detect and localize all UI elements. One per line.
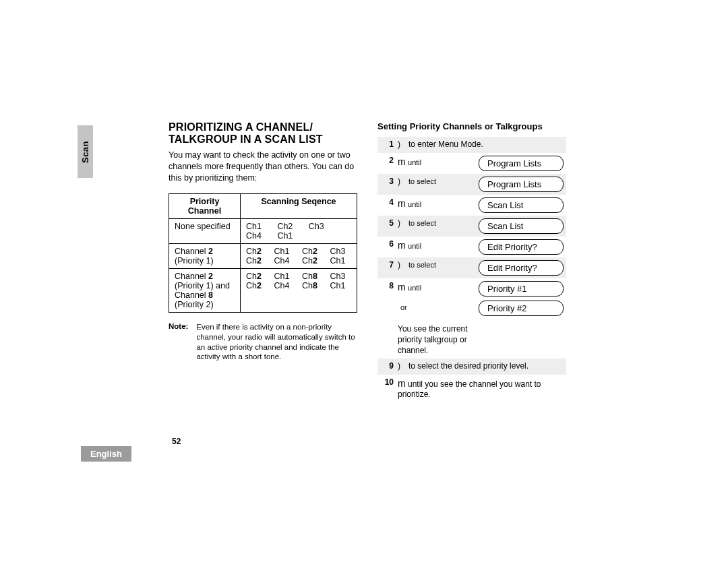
display-pill: Edit Priority? — [479, 260, 564, 276]
step-row: 1 ) to enter Menu Mode. — [377, 137, 566, 153]
page-title: PRIORITIZING A CHANNEL/ TALKGROUP IN A S… — [169, 121, 357, 146]
step-row: 8 m until or You see the current priorit… — [377, 278, 566, 359]
display-pill: Priority #2 — [479, 301, 564, 316]
step-row: 9 ) to select the desired priority level… — [377, 358, 566, 375]
right-subhead: Setting Priority Channels or Talkgroups — [377, 121, 566, 131]
menu-icon: m — [398, 378, 406, 389]
display-pill: Edit Priority? — [479, 239, 564, 255]
priority-table: Priority Channel Scanning Seqence None s… — [169, 193, 357, 313]
table-row: Channel 2 (Priority 1) and Channel 8 (Pr… — [169, 268, 357, 312]
menu-icon: m — [398, 156, 406, 167]
steps-list: 1 ) to enter Menu Mode. 2 m until Progra… — [377, 137, 566, 403]
table-row: None specified Ch1Ch2Ch3 Ch4Ch1 — [169, 218, 357, 243]
table-header-row: Priority Channel Scanning Seqence — [169, 193, 357, 218]
menu-icon: m — [398, 282, 406, 292]
display-pill: Priority #1 — [479, 281, 564, 296]
step-row: 7 ) to select Edit Priority? — [377, 257, 566, 278]
scan-tab: Scan — [78, 125, 93, 178]
step-row: 5 ) to select Scan List — [377, 216, 566, 237]
menu-icon: m — [398, 198, 406, 209]
page-footer: 52 English — [81, 437, 566, 446]
step-row: 6 m until Edit Priority? — [377, 237, 566, 257]
display-pill: Scan List — [479, 218, 564, 234]
intro-text: You may want to check the activity on on… — [169, 150, 357, 184]
step-row: 2 m until Program Lists — [377, 153, 566, 174]
step-row: 3 ) to select Program Lists — [377, 174, 566, 195]
display-pill: Program Lists — [479, 156, 564, 171]
left-column: PRIORITIZING A CHANNEL/ TALKGROUP IN A S… — [81, 121, 357, 403]
language-tab: English — [81, 446, 131, 462]
table-row: Channel 2 (Priority 1) Ch2Ch1Ch2Ch3Ch2Ch… — [169, 243, 357, 268]
page-number: 52 — [172, 437, 566, 446]
step-row: 4 m until Scan List — [377, 195, 566, 216]
th-priority: Priority Channel — [169, 193, 241, 218]
menu-icon: m — [398, 240, 406, 251]
display-pill: Scan List — [479, 197, 564, 213]
note: Note: Even if there is activity on a non… — [169, 322, 357, 363]
right-column: Setting Priority Channels or Talkgroups … — [377, 121, 566, 403]
step-row: 10 m until you see the channel you want … — [377, 375, 566, 403]
display-pill: Program Lists — [479, 177, 564, 192]
th-sequence: Scanning Seqence — [241, 193, 357, 218]
